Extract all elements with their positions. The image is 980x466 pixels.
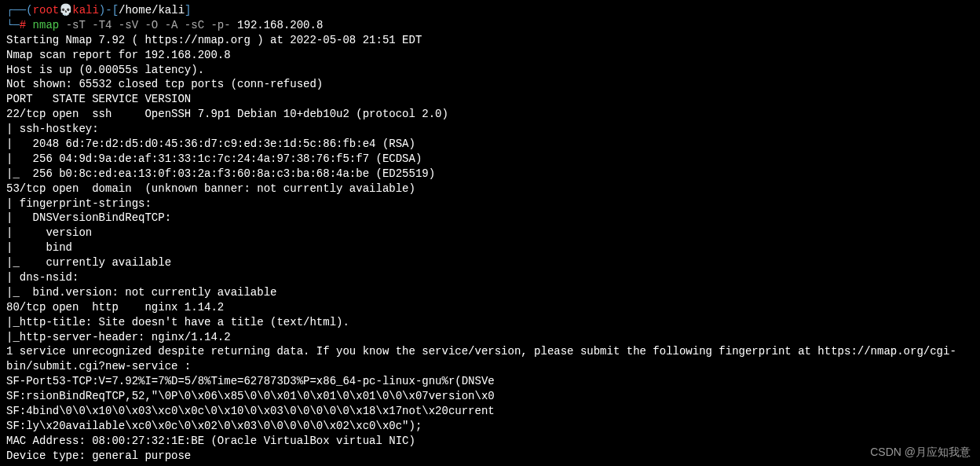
output-line: |_ currently available: [6, 255, 974, 270]
prompt-hash: #: [20, 19, 26, 31]
output-line: 22/tcp open ssh OpenSSH 7.9p1 Debian 10+…: [6, 107, 974, 122]
output-line: Not shown: 65532 closed tcp ports (conn-…: [6, 77, 974, 92]
output-line: | 256 04:9d:9a:de:af:31:33:1c:7c:24:4a:9…: [6, 152, 974, 167]
output-line: | fingerprint-strings:: [6, 196, 974, 211]
prompt-line-2: └─# nmap -sT -T4 -sV -O -A -sC -p- 192.1…: [6, 18, 974, 33]
box-corner: ┌──: [6, 4, 26, 17]
paren-close: ): [99, 4, 105, 17]
output-line: |_http-server-header: nginx/1.14.2: [6, 330, 974, 345]
prompt-path: /home/kali: [119, 4, 185, 17]
output-line: Starting Nmap 7.92 ( https://nmap.org ) …: [6, 33, 974, 48]
output-line: SF:rsionBindReqTCP,52,"\0P\0\x06\x85\0\0…: [6, 389, 974, 404]
bracket-close: ]: [185, 4, 191, 17]
command-target: 192.168.200.8: [231, 19, 324, 31]
output-line: |_ 256 b0:8c:ed:ea:13:0f:03:2a:f3:60:8a:…: [6, 167, 974, 182]
output-line: Nmap scan report for 192.168.200.8: [6, 48, 974, 63]
bracket-open: [: [112, 4, 119, 17]
output-line: | 2048 6d:7e:d2:d5:d0:45:36:d7:c9:ed:3e:…: [6, 137, 974, 152]
output-line: PORT STATE SERVICE VERSION: [6, 92, 974, 107]
dash: -: [105, 4, 112, 17]
command-name: nmap: [26, 19, 59, 31]
output-line: SF:4bind\0\0\x10\0\x03\xc0\x0c\0\x10\0\x…: [6, 404, 974, 419]
output-line: Host is up (0.00055s latency).: [6, 63, 974, 78]
prompt-line-1: ┌──(root💀kali)-[/home/kali]: [6, 3, 974, 18]
output-line: 80/tcp open http nginx 1.14.2: [6, 300, 974, 315]
output-line: MAC Address: 08:00:27:32:1E:BE (Oracle V…: [6, 434, 974, 449]
output-line: SF:ly\x20available\xc0\x0c\0\x02\0\x03\0…: [6, 419, 974, 434]
paren-open: (: [26, 4, 32, 17]
prompt-user: root: [33, 4, 60, 17]
output-line: 1 service unrecognized despite returning…: [6, 344, 974, 374]
output-line: | DNSVersionBindReqTCP:: [6, 211, 974, 226]
output-line: | version: [6, 226, 974, 240]
output-line: |_http-title: Site doesn't have a title …: [6, 315, 974, 330]
output-line: Device type: general purpose: [6, 449, 974, 464]
watermark: CSDN @月应知我意: [870, 445, 971, 460]
output-line: |_ bind.version: not currently available: [6, 285, 974, 300]
output-line: | dns-nsid:: [6, 270, 974, 285]
output-line: | bind: [6, 240, 974, 255]
prompt-host: kali: [72, 4, 99, 17]
command-args: -sT -T4 -sV -O -A -sC -p-: [59, 19, 230, 31]
skull-icon: 💀: [59, 4, 72, 17]
terminal-output[interactable]: ┌──(root💀kali)-[/home/kali] └─# nmap -sT…: [6, 3, 974, 464]
output-line: | ssh-hostkey:: [6, 122, 974, 137]
box-corner-bottom: └─: [6, 19, 20, 31]
output-line: 53/tcp open domain (unknown banner: not …: [6, 182, 974, 196]
output-line: SF-Port53-TCP:V=7.92%I=7%D=5/8%Time=6278…: [6, 374, 974, 389]
